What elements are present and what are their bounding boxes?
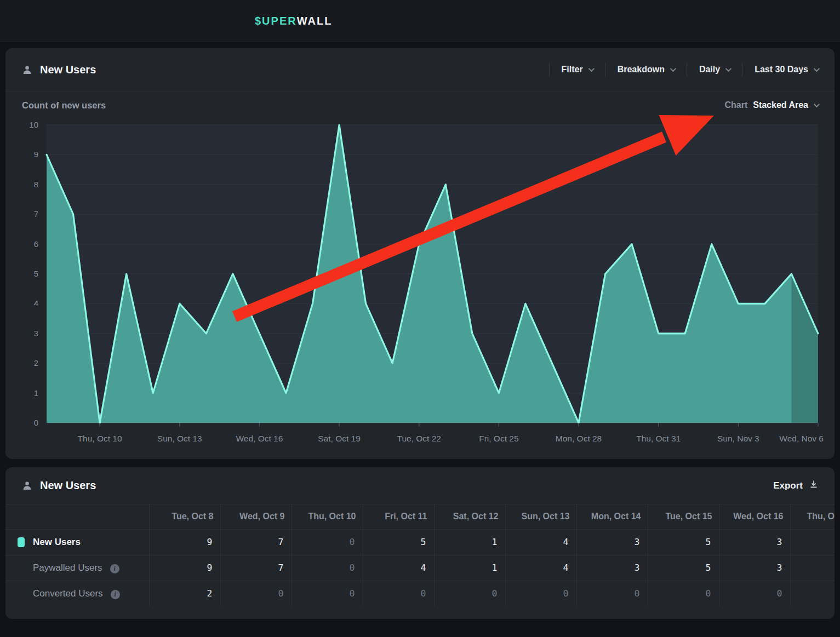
value-cell: 9	[149, 529, 220, 555]
y-axis-tick-label: 6	[34, 239, 38, 249]
info-icon[interactable]: i	[110, 564, 119, 573]
date-column-header: Tue, Oct 15	[648, 504, 719, 529]
download-icon	[809, 480, 818, 491]
date-column-header: Mon, Oct 14	[576, 504, 648, 529]
y-axis-tick-label: 5	[34, 269, 38, 278]
new-users-table-card: New Users Export Tue, Oct 8Wed, Oct 9Thu…	[5, 467, 835, 619]
date-column-header: Wed, Oct 16	[719, 504, 790, 529]
table-row: New Users970514353	[5, 529, 835, 555]
value-cell	[790, 581, 835, 606]
x-axis-tick-label: Fri, Oct 25	[479, 434, 518, 443]
filter-label: Filter	[562, 65, 583, 74]
value-cell: 0	[719, 581, 790, 606]
new-users-chart-card: New Users Filter Breakdown Daily Last 30…	[5, 48, 835, 459]
value-cell: 3	[576, 555, 648, 581]
data-table-wrap: Tue, Oct 8Wed, Oct 9Thu, Oct 10Fri, Oct …	[5, 504, 835, 606]
y-axis-tick-label: 8	[34, 180, 38, 189]
value-cell: 0	[220, 581, 292, 606]
granularity-dropdown[interactable]: Daily	[687, 65, 742, 74]
breakdown-dropdown[interactable]: Breakdown	[605, 65, 687, 74]
chart-subtitle: Count of new users	[22, 100, 106, 111]
x-axis-tick-label: Tue, Oct 22	[397, 434, 441, 443]
y-axis-tick-label: 0	[34, 418, 38, 427]
row-label-header	[5, 504, 149, 529]
date-column-header: Fri, Oct 11	[363, 504, 434, 529]
y-axis-tick-label: 4	[34, 299, 38, 308]
value-cell: 1	[434, 555, 505, 581]
value-cell: 5	[363, 529, 434, 555]
value-cell: 5	[648, 555, 719, 581]
value-cell: 2	[149, 581, 220, 606]
value-cell: 4	[505, 555, 576, 581]
y-axis-tick-label: 3	[34, 329, 38, 338]
chart-type-dropdown[interactable]: Chart Stacked Area	[724, 100, 818, 110]
value-cell: 4	[363, 555, 434, 581]
value-cell: 0	[363, 581, 434, 606]
x-axis-tick-label: Sun, Oct 13	[157, 434, 202, 443]
info-icon[interactable]: i	[111, 590, 120, 599]
person-icon	[22, 65, 32, 75]
person-icon	[22, 480, 32, 491]
x-axis-tick-label: Sun, Nov 3	[717, 434, 759, 443]
x-axis-tick-label: Mon, Oct 28	[556, 434, 602, 443]
y-axis-tick-label: 2	[34, 358, 38, 368]
value-cell: 0	[292, 581, 363, 606]
y-axis-tick-label: 1	[34, 388, 38, 398]
date-column-header: Sat, Oct 12	[434, 504, 505, 529]
value-cell: 3	[719, 529, 790, 555]
value-cell: 0	[505, 581, 576, 606]
date-column-header: Thu, Oct 17	[790, 504, 835, 529]
x-axis-tick-label: Wed, Oct 16	[236, 434, 283, 443]
date-range-dropdown[interactable]: Last 30 Days	[742, 65, 818, 74]
value-cell: 4	[505, 529, 576, 555]
value-cell: 3	[576, 529, 648, 555]
chevron-down-icon	[814, 101, 820, 107]
row-label-cell: Converted Usersi	[5, 581, 149, 606]
data-table: Tue, Oct 8Wed, Oct 9Thu, Oct 10Fri, Oct …	[5, 504, 835, 606]
y-axis-tick-label: 10	[29, 120, 38, 129]
date-column-header: Sun, Oct 13	[505, 504, 576, 529]
filter-bar: Filter Breakdown Daily Last 30 Days	[549, 62, 818, 77]
value-cell: 1	[434, 529, 505, 555]
date-column-header: Wed, Oct 9	[220, 504, 292, 529]
chevron-down-icon	[588, 66, 594, 72]
area-chart: 012345678910Thu, Oct 10Sun, Oct 13Wed, O…	[16, 118, 829, 454]
row-label: New Users	[33, 537, 81, 547]
value-cell: 0	[576, 581, 648, 606]
y-axis-tick-label: 9	[34, 150, 38, 159]
value-cell: 7	[220, 529, 292, 555]
value-cell: 5	[648, 529, 719, 555]
x-axis-tick-label: Thu, Oct 31	[636, 434, 681, 443]
chevron-down-icon	[670, 66, 676, 72]
export-button[interactable]: Export	[773, 480, 818, 491]
logo-prefix: $UPER	[255, 15, 297, 27]
value-cell: 0	[648, 581, 719, 606]
chevron-down-icon	[725, 66, 732, 72]
x-axis-tick-label: Sat, Oct 19	[318, 434, 361, 443]
granularity-label: Daily	[699, 65, 720, 74]
value-cell: 7	[220, 555, 292, 581]
date-column-header: Tue, Oct 8	[149, 504, 220, 529]
logo-suffix: WALL	[297, 15, 333, 27]
chevron-down-icon	[814, 66, 820, 72]
filter-dropdown[interactable]: Filter	[550, 65, 605, 74]
series-color-swatch	[18, 537, 25, 547]
breakdown-label: Breakdown	[618, 65, 665, 74]
date-column-header: Thu, Oct 10	[292, 504, 363, 529]
chart-card-title: New Users	[40, 64, 96, 76]
value-cell: 3	[719, 555, 790, 581]
date-range-label: Last 30 Days	[755, 65, 808, 74]
value-cell	[790, 555, 835, 581]
row-label-cell: New Users	[5, 529, 149, 555]
value-cell	[790, 529, 835, 555]
value-cell: 0	[292, 555, 363, 581]
row-label-cell: Paywalled Usersi	[5, 555, 149, 581]
value-cell: 0	[434, 581, 505, 606]
divider	[5, 91, 835, 91]
table-row: Converted Usersi200000000	[5, 581, 835, 606]
export-label: Export	[773, 480, 803, 491]
value-cell: 0	[292, 529, 363, 555]
table-row: Paywalled Usersi970414353	[5, 555, 835, 581]
chart-type-label: Chart	[724, 100, 747, 110]
top-nav-bar: $UPERWALL	[0, 0, 840, 42]
